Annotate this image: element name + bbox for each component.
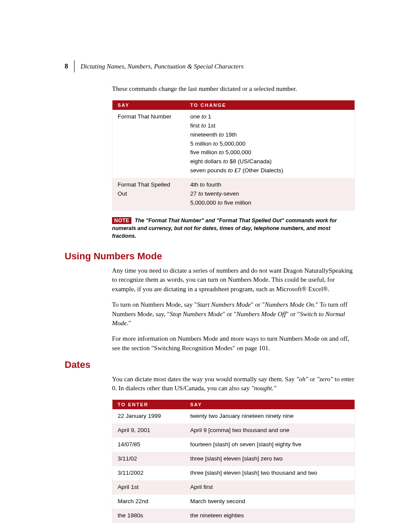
- table-cell-say: Format That Number: [112, 110, 185, 178]
- dates-table: TO ENTER SAY 22 January 1999twenty two J…: [112, 399, 355, 523]
- quoted-term: "zero": [317, 376, 333, 383]
- numbers-mode-p2: To turn on Numbers Mode, say "Start Numb…: [112, 300, 355, 328]
- table-cell-say: three [slash] eleven [slash] two thousan…: [185, 466, 355, 480]
- table-row: March 22ndMarch twenty second: [112, 495, 355, 509]
- note-text: The "Format That Number" and "Format Tha…: [112, 218, 337, 240]
- change-line: 5,000,000 to five million: [190, 199, 349, 208]
- table-header-say: SAY: [112, 100, 185, 110]
- table-cell-enter: 14/07/85: [112, 438, 185, 452]
- change-line: 27 to twenty-seven: [190, 190, 349, 199]
- table-cell-say: April 9 [comma] two thousand and one: [185, 423, 355, 438]
- table-row: the 1980sthe nineteen eighties: [112, 509, 355, 523]
- section-heading-numbers-mode: Using Numbers Mode: [65, 251, 355, 262]
- page-header: 8 Dictating Names, Numbers, Punctuation …: [65, 60, 355, 72]
- table-row: April 1stApril first: [112, 480, 355, 495]
- text-span: " or ": [286, 311, 300, 317]
- command-name: Start Numbers Mode: [197, 301, 251, 308]
- section-heading-dates: Dates: [65, 359, 355, 370]
- table-cell-say: the nineteen eighties: [185, 509, 355, 523]
- table-row: 22 January 1999twenty two January ninete…: [112, 409, 355, 423]
- change-line: one to 1: [190, 112, 349, 121]
- table-row: Format That Spelled Out4th to fourth27 t…: [112, 178, 355, 210]
- change-line: seven pounds to £7 (Other Dialects): [190, 166, 349, 175]
- table-header-change: TO CHANGE: [185, 100, 355, 110]
- table-cell-enter: 22 January 1999: [112, 409, 185, 423]
- numbers-mode-p1: Any time you need to dictate a series of…: [112, 266, 355, 294]
- change-line: 5 million to 5,000,000: [190, 140, 349, 149]
- text-span: You can dictate most dates the way you w…: [112, 376, 296, 383]
- change-line: nineteenth to 19th: [190, 131, 349, 140]
- table-header-enter: TO ENTER: [112, 400, 185, 410]
- intro-paragraph: These commands change the last number di…: [112, 84, 355, 94]
- change-line: eight dollars to $8 (US/Canada): [190, 157, 349, 166]
- table-row: April 9, 2001April 9 [comma] two thousan…: [112, 423, 355, 438]
- quoted-term: "oh": [296, 376, 308, 383]
- text-span: To turn on Numbers Mode, say ": [112, 301, 197, 308]
- table-cell-say: fourteen [slash] oh seven [slash] eighty…: [185, 438, 355, 452]
- change-line: first to 1st: [190, 121, 349, 131]
- table-row: Format That Numberone to 1first to 1stni…: [112, 110, 355, 178]
- table-row: 3/11/02three [slash] eleven [slash] zero…: [112, 452, 355, 466]
- table-cell-enter: 3/11/02: [112, 452, 185, 466]
- content-block-2: Any time you need to dictate a series of…: [112, 266, 355, 353]
- format-commands-table: SAY TO CHANGE Format That Numberone to 1…: [112, 100, 355, 211]
- table-row: 14/07/85fourteen [slash] oh seven [slash…: [112, 438, 355, 452]
- content-block-1: These commands change the last number di…: [112, 84, 355, 240]
- dates-p1: You can dictate most dates the way you w…: [112, 375, 355, 394]
- chapter-number: 8: [65, 62, 68, 70]
- numbers-mode-p3: For more information on Numbers Mode and…: [112, 334, 355, 353]
- table-cell-say: March twenty second: [185, 495, 355, 509]
- header-divider: [74, 60, 75, 72]
- command-name: Numbers Mode On: [265, 301, 314, 308]
- table-cell-enter: 3/11/2002: [112, 466, 185, 480]
- note-label: NOTE: [112, 217, 131, 224]
- table-cell-say: twenty two January nineteen ninety nine: [185, 409, 355, 423]
- text-span: " or ": [251, 301, 265, 308]
- table-cell-say: three [slash] eleven [slash] zero two: [185, 452, 355, 466]
- table-cell-say: April first: [185, 480, 355, 495]
- table-row: 3/11/2002three [slash] eleven [slash] tw…: [112, 466, 355, 480]
- table-cell-say: Format That Spelled Out: [112, 178, 185, 210]
- text-span: " or ": [222, 311, 236, 317]
- command-name: Stop Numbers Mode: [170, 311, 223, 317]
- table-cell-enter: March 22nd: [112, 495, 185, 509]
- change-line: five million to 5,000,000: [190, 148, 349, 157]
- change-line: 4th to fourth: [190, 180, 349, 190]
- table-cell-change: 4th to fourth27 to twenty-seven5,000,000…: [185, 178, 355, 210]
- table-cell-enter: April 9, 2001: [112, 423, 185, 438]
- command-name: Numbers Mode Off: [237, 311, 286, 317]
- table-cell-enter: the 1980s: [112, 509, 185, 523]
- table-cell-change: one to 1first to 1stnineteenth to 19th5 …: [185, 110, 355, 178]
- content-block-3: You can dictate most dates the way you w…: [112, 375, 355, 523]
- text-span: or: [308, 376, 317, 383]
- table-header-say: SAY: [185, 400, 355, 410]
- text-span: .": [127, 320, 131, 327]
- chapter-title: Dictating Names, Numbers, Punctuation & …: [81, 63, 243, 70]
- note-block: NOTE The "Format That Number" and "Forma…: [112, 217, 355, 240]
- quoted-term: "nought.": [251, 385, 276, 392]
- document-page: 8 Dictating Names, Numbers, Punctuation …: [0, 0, 411, 532]
- table-cell-enter: April 1st: [112, 480, 185, 495]
